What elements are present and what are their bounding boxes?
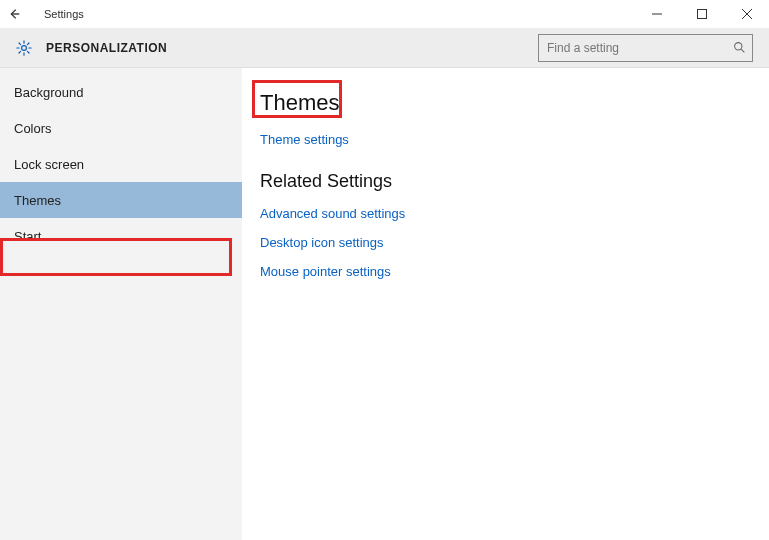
minimize-button[interactable] — [634, 0, 679, 28]
link-advanced-sound-settings[interactable]: Advanced sound settings — [260, 206, 751, 221]
titlebar: Settings — [0, 0, 769, 28]
maximize-button[interactable] — [679, 0, 724, 28]
page-title: Themes — [260, 90, 751, 116]
svg-point-5 — [22, 45, 27, 50]
content-pane: Themes Theme settings Related Settings A… — [242, 68, 769, 540]
sidebar-item-colors[interactable]: Colors — [0, 110, 242, 146]
related-settings-heading: Related Settings — [260, 171, 751, 192]
link-theme-settings[interactable]: Theme settings — [260, 132, 751, 147]
link-desktop-icon-settings[interactable]: Desktop icon settings — [260, 235, 751, 250]
svg-line-7 — [741, 49, 744, 52]
link-mouse-pointer-settings[interactable]: Mouse pointer settings — [260, 264, 751, 279]
search-icon — [732, 41, 746, 55]
sidebar-item-background[interactable]: Background — [0, 74, 242, 110]
maximize-icon — [697, 9, 707, 19]
sidebar-item-label: Lock screen — [14, 157, 84, 172]
sidebar-item-label: Themes — [14, 193, 61, 208]
back-arrow-icon — [7, 7, 21, 21]
sidebar-item-themes[interactable]: Themes — [0, 182, 242, 218]
settings-window: Settings PERSONALIZATION — [0, 0, 769, 540]
header: PERSONALIZATION — [0, 28, 769, 68]
sidebar-item-label: Start — [14, 229, 41, 244]
search-input[interactable] — [547, 41, 732, 55]
window-controls — [634, 0, 769, 28]
minimize-icon — [652, 9, 662, 19]
section-label: PERSONALIZATION — [46, 41, 167, 55]
sidebar-item-label: Colors — [14, 121, 52, 136]
gear-icon — [14, 38, 34, 58]
close-icon — [742, 9, 752, 19]
svg-point-6 — [734, 43, 741, 50]
sidebar-item-lock-screen[interactable]: Lock screen — [0, 146, 242, 182]
svg-rect-2 — [697, 10, 706, 19]
back-button[interactable] — [0, 0, 28, 28]
sidebar: Background Colors Lock screen Themes Sta… — [0, 68, 242, 540]
sidebar-item-start[interactable]: Start — [0, 218, 242, 254]
window-title: Settings — [44, 8, 84, 20]
body: Background Colors Lock screen Themes Sta… — [0, 68, 769, 540]
close-button[interactable] — [724, 0, 769, 28]
search-box[interactable] — [538, 34, 753, 62]
sidebar-item-label: Background — [14, 85, 83, 100]
